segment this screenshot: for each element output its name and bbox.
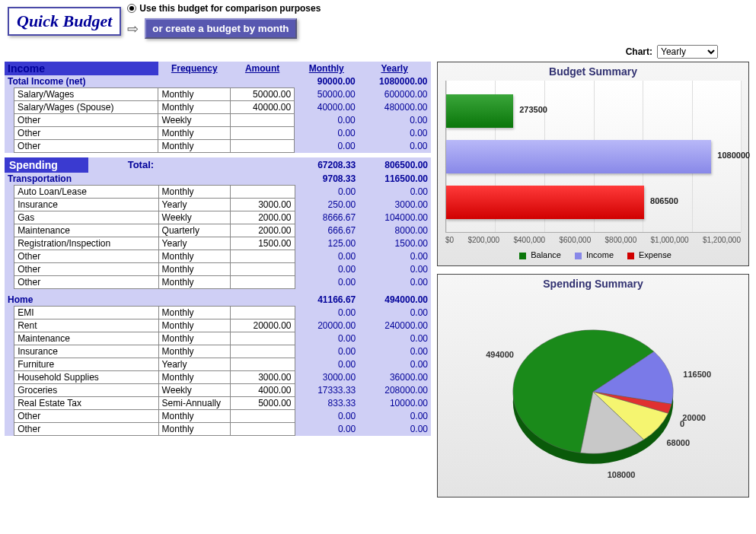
amount-cell[interactable]: [231, 186, 295, 199]
row-label[interactable]: Auto Loan/Lease: [14, 186, 158, 199]
amount-cell[interactable]: 3000.00: [231, 370, 295, 383]
yearly-cell: 0.00: [359, 186, 431, 199]
create-budget-button[interactable]: or create a budget by month: [145, 18, 296, 39]
frequency-cell[interactable]: Weekly: [158, 383, 231, 396]
row-label[interactable]: Household Supplies: [14, 370, 158, 383]
amount-cell[interactable]: [231, 358, 295, 370]
monthly-cell: 0.00: [295, 306, 359, 319]
row-label[interactable]: Rent: [14, 319, 158, 332]
row-label[interactable]: Other: [14, 409, 158, 422]
yearly-cell: 0.00: [359, 345, 431, 358]
yearly-cell: 480000.00: [359, 101, 431, 114]
yearly-cell: 10000.00: [359, 396, 431, 409]
row-label[interactable]: Gas: [14, 211, 158, 224]
frequency-cell[interactable]: Monthly: [158, 345, 231, 358]
frequency-cell[interactable]: Weekly: [158, 114, 231, 127]
row-label[interactable]: Maintenance: [14, 224, 158, 237]
frequency-cell[interactable]: Monthly: [158, 306, 231, 319]
row-label[interactable]: Other: [14, 263, 158, 276]
table-row: MaintenanceQuarterly2000.00666.678000.00: [5, 224, 431, 237]
frequency-cell[interactable]: Monthly: [158, 319, 231, 332]
row-label[interactable]: Other: [14, 422, 158, 435]
frequency-cell[interactable]: Monthly: [158, 140, 231, 153]
frequency-cell[interactable]: Weekly: [158, 211, 231, 224]
frequency-cell[interactable]: Yearly: [158, 358, 231, 370]
monthly-cell: 0.00: [295, 127, 359, 140]
amount-cell[interactable]: [231, 276, 295, 289]
monthly-cell: 833.33: [295, 396, 359, 409]
amount-cell[interactable]: [231, 345, 295, 358]
row-label[interactable]: Groceries: [14, 383, 158, 396]
row-label[interactable]: Real Estate Tax: [14, 396, 158, 409]
row-label[interactable]: Other: [14, 276, 158, 289]
frequency-cell[interactable]: Monthly: [158, 127, 231, 140]
table-row: InsuranceMonthly0.000.00: [5, 345, 431, 358]
frequency-cell[interactable]: Monthly: [158, 101, 231, 114]
row-label[interactable]: Other: [14, 140, 158, 153]
monthly-cell: 0.00: [295, 140, 359, 153]
amount-cell[interactable]: 2000.00: [231, 224, 295, 237]
yearly-cell: 240000.00: [359, 319, 431, 332]
amount-cell[interactable]: [231, 332, 295, 345]
amount-cell[interactable]: 40000.00: [231, 101, 295, 114]
comparison-radio[interactable]: Use this budget for comparison purposes: [127, 3, 321, 14]
spending-panel: Spending Total: 67208.33 806500.00 Trans…: [5, 157, 431, 436]
amount-cell[interactable]: 4000.00: [231, 383, 295, 396]
amount-cell[interactable]: 20000.00: [231, 319, 295, 332]
group-yearly: 494000.00: [359, 294, 431, 307]
frequency-cell[interactable]: Monthly: [158, 263, 231, 276]
frequency-cell[interactable]: Monthly: [158, 186, 231, 199]
amount-cell[interactable]: [231, 306, 295, 319]
frequency-cell[interactable]: Yearly: [158, 199, 231, 211]
amount-cell[interactable]: [231, 127, 295, 140]
amount-cell[interactable]: [231, 422, 295, 435]
frequency-cell[interactable]: Monthly: [158, 276, 231, 289]
row-label[interactable]: Other: [14, 250, 158, 263]
amount-cell[interactable]: [231, 114, 295, 127]
frequency-cell[interactable]: Monthly: [158, 88, 231, 101]
group-name: Transportation: [5, 173, 158, 186]
axis-tick: $1,200,000: [703, 236, 741, 244]
bar-value-label: 1080000: [717, 151, 750, 160]
table-row: OtherMonthly0.000.00: [5, 276, 431, 289]
row-label[interactable]: Salary/Wages (Spouse): [14, 101, 158, 114]
row-label[interactable]: Registration/Inspection: [14, 237, 158, 250]
row-label[interactable]: Insurance: [14, 199, 158, 211]
yearly-cell: 0.00: [359, 127, 431, 140]
row-label[interactable]: Other: [14, 114, 158, 127]
row-label[interactable]: Salary/Wages: [14, 88, 158, 101]
amount-cell[interactable]: 5000.00: [231, 396, 295, 409]
row-label[interactable]: Other: [14, 127, 158, 140]
frequency-cell[interactable]: Monthly: [158, 332, 231, 345]
frequency-cell[interactable]: Quarterly: [158, 224, 231, 237]
chart-select[interactable]: Yearly: [657, 45, 718, 59]
row-label[interactable]: Furniture: [14, 358, 158, 370]
amount-cell[interactable]: 2000.00: [231, 211, 295, 224]
table-row: OtherMonthly0.000.00: [5, 409, 431, 422]
legend-item: Expense: [623, 250, 671, 259]
quick-budget-button[interactable]: Quick Budget: [8, 7, 121, 36]
amount-cell[interactable]: 3000.00: [231, 199, 295, 211]
frequency-cell[interactable]: Monthly: [158, 409, 231, 422]
row-label[interactable]: Insurance: [14, 345, 158, 358]
spending-total-label: Total:: [88, 157, 158, 173]
monthly-cell: 0.00: [295, 250, 359, 263]
row-label[interactable]: EMI: [14, 306, 158, 319]
amount-cell[interactable]: [231, 140, 295, 153]
amount-cell[interactable]: 1500.00: [231, 237, 295, 250]
col-yearly: Yearly: [359, 62, 431, 75]
radio-dot-icon: [127, 4, 136, 13]
amount-cell[interactable]: [231, 263, 295, 276]
frequency-cell[interactable]: Monthly: [158, 422, 231, 435]
bar-balance: [446, 94, 513, 128]
frequency-cell[interactable]: Monthly: [158, 250, 231, 263]
frequency-cell[interactable]: Yearly: [158, 237, 231, 250]
row-label[interactable]: Maintenance: [14, 332, 158, 345]
amount-cell[interactable]: [231, 250, 295, 263]
frequency-cell[interactable]: Semi-Annually: [158, 396, 231, 409]
amount-cell[interactable]: [231, 409, 295, 422]
table-row: OtherMonthly0.000.00: [5, 127, 431, 140]
axis-tick: $400,000: [513, 236, 545, 244]
amount-cell[interactable]: 50000.00: [231, 88, 295, 101]
frequency-cell[interactable]: Monthly: [158, 370, 231, 383]
